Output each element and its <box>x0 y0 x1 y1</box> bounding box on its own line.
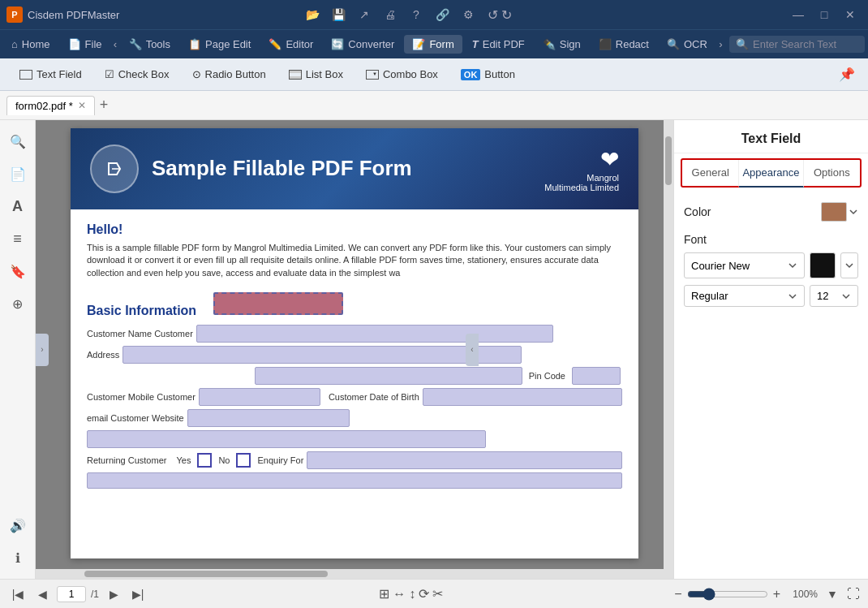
link-btn[interactable]: 🔗 <box>431 3 453 26</box>
menu-form[interactable]: 📝 Form <box>404 35 462 54</box>
radio-button-btn[interactable]: ⊙ Radio Button <box>183 64 276 84</box>
color-dropdown-btn[interactable] <box>849 207 858 217</box>
scroll-thumb[interactable] <box>665 136 672 185</box>
fullscreen-icon[interactable]: ⛶ <box>847 587 860 602</box>
tab-form02[interactable]: form02.pdf * ✕ <box>6 96 95 115</box>
sidebar-text-icon[interactable]: A <box>3 192 32 221</box>
check-box-btn[interactable]: ☑ Check Box <box>95 64 179 84</box>
color-swatch[interactable] <box>821 202 847 222</box>
fit-page-icon[interactable]: ⊞ <box>379 586 389 602</box>
selected-field[interactable] <box>213 292 343 315</box>
menu-home[interactable]: ⌂ Home <box>3 35 58 54</box>
fit-width-icon[interactable]: ↕ <box>409 587 415 602</box>
last-page-btn[interactable]: ▶| <box>128 584 148 604</box>
save-btn[interactable]: 💾 <box>327 3 350 26</box>
redo-btn[interactable]: ↻ <box>501 7 512 23</box>
font-size-select[interactable]: 12 <box>810 285 858 307</box>
pin-code-field[interactable] <box>572 367 621 385</box>
enquiry-field[interactable] <box>307 451 622 469</box>
tab-close-btn[interactable]: ✕ <box>78 100 86 111</box>
pincode-field-left[interactable] <box>255 367 522 385</box>
title-bar: P Cisdem PDFMaster 📂 💾 ↗ 🖨 ? 🔗 ⚙ ↺ ↻ — □… <box>0 0 868 29</box>
zoom-in-icon[interactable]: + <box>773 587 780 602</box>
settings-btn[interactable]: ⚙ <box>457 3 479 26</box>
vertical-scrollbar[interactable] <box>664 120 673 579</box>
color-row: Color <box>684 202 858 222</box>
minimize-btn[interactable]: — <box>787 3 810 26</box>
combo-box-btn[interactable]: ▼ Combo Box <box>356 64 448 84</box>
customer-name-field[interactable] <box>196 325 553 343</box>
menu-converter[interactable]: 🔄 Converter <box>323 35 402 54</box>
maximize-btn[interactable]: □ <box>813 3 836 26</box>
mobile-field[interactable] <box>199 388 320 406</box>
font-style-row: Regular 12 <box>684 285 858 307</box>
font-name-select[interactable]: Courier New <box>684 252 805 278</box>
right-collapse-handle[interactable]: ‹ <box>466 334 479 366</box>
pdf-section-title: Basic Information <box>87 289 622 318</box>
button-btn[interactable]: OK Button <box>451 64 525 84</box>
page-number-input[interactable] <box>57 586 86 602</box>
combo-box-icon: ▼ <box>366 70 379 80</box>
close-btn[interactable]: ✕ <box>839 3 862 26</box>
pdf-hello: Hello! <box>87 222 622 237</box>
menu-page-edit[interactable]: 📋 Page Edit <box>180 35 259 54</box>
first-page-btn[interactable]: |◀ <box>8 584 28 604</box>
sidebar-stamp-icon[interactable]: ⊕ <box>3 289 32 318</box>
dob-label: Customer Date of Birth <box>329 392 419 402</box>
nav-back-btn[interactable]: ‹ <box>112 35 119 54</box>
sidebar-volume-icon[interactable]: 🔊 <box>3 511 32 540</box>
menu-file[interactable]: 📄 File <box>60 35 110 54</box>
sidebar-info-icon[interactable]: ℹ <box>3 543 32 572</box>
font-style-select[interactable]: Regular <box>684 285 805 307</box>
no-checkbox[interactable] <box>236 453 251 468</box>
tab-appearance[interactable]: Appearance <box>739 160 803 188</box>
undo-btn[interactable]: ↺ <box>488 7 498 23</box>
open-file-btn[interactable]: 📂 <box>301 3 324 26</box>
search-input[interactable] <box>753 38 858 50</box>
help-btn[interactable]: ? <box>405 3 428 26</box>
menu-ocr[interactable]: 🔍 OCR <box>659 35 715 54</box>
next-page-btn[interactable]: ▶ <box>104 584 123 604</box>
left-collapse-handle[interactable]: › <box>36 334 49 366</box>
form-icon: 📝 <box>412 38 425 50</box>
rotate-icon[interactable]: ⟳ <box>419 586 429 602</box>
pin-btn[interactable]: 📌 <box>836 63 858 86</box>
nav-forward-btn[interactable]: › <box>717 35 724 54</box>
prev-page-btn[interactable]: ◀ <box>32 584 52 604</box>
print-btn[interactable]: 🖨 <box>379 3 402 26</box>
sidebar-search-icon[interactable]: 🔍 <box>3 127 32 156</box>
text-field-btn[interactable]: Text Field <box>10 64 92 84</box>
pdf-header: Sample Fillable PDF Form ❤ MangrolMultim… <box>71 128 638 209</box>
menu-tools[interactable]: 🔧 Tools <box>121 35 178 54</box>
email-field[interactable] <box>187 409 350 427</box>
crop-icon[interactable]: ✂ <box>432 586 443 602</box>
address-field[interactable] <box>122 346 522 364</box>
menu-editor[interactable]: ✏️ Editor <box>260 35 321 54</box>
zoom-slider[interactable] <box>687 588 768 601</box>
pin-code-label: Pin Code <box>529 371 565 381</box>
list-box-btn[interactable]: List Box <box>279 64 353 84</box>
dob-field[interactable] <box>423 388 622 406</box>
website-field[interactable] <box>87 430 486 448</box>
font-color-dropdown-btn[interactable] <box>840 252 858 278</box>
h-scroll-thumb[interactable] <box>84 571 328 577</box>
bottom-field[interactable] <box>87 472 622 489</box>
search-bar[interactable]: 🔍 <box>729 36 865 53</box>
menu-redact[interactable]: ⬛ Redact <box>591 35 657 54</box>
share-btn[interactable]: ↗ <box>353 3 376 26</box>
font-color-btn[interactable] <box>810 252 836 278</box>
sidebar-bookmark-icon[interactable]: 🔖 <box>3 257 32 286</box>
bottom-row <box>87 472 622 489</box>
actual-size-icon[interactable]: ↔ <box>393 587 406 602</box>
tab-general[interactable]: General <box>682 160 739 188</box>
horizontal-scrollbar[interactable] <box>36 569 664 579</box>
menu-edit-pdf[interactable]: T Edit PDF <box>464 35 533 54</box>
sidebar-list-icon[interactable]: ≡ <box>3 224 32 253</box>
zoom-out-icon[interactable]: − <box>674 587 681 602</box>
tab-add-btn[interactable]: + <box>97 97 112 114</box>
zoom-dropdown-btn[interactable]: ▼ <box>823 584 842 604</box>
sidebar-document-icon[interactable]: 📄 <box>3 159 32 188</box>
yes-checkbox[interactable] <box>197 453 212 468</box>
tab-options[interactable]: Options <box>804 160 860 188</box>
menu-sign[interactable]: ✒️ Sign <box>535 35 589 54</box>
